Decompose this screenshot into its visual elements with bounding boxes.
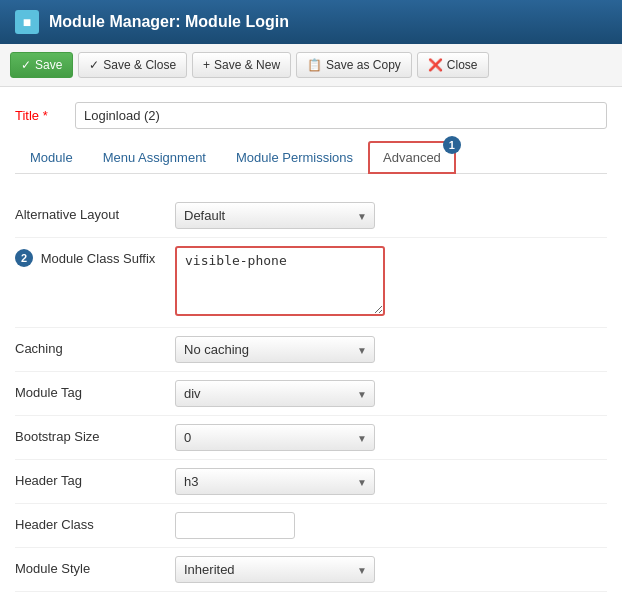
module-style-row: Module Style Inherited None Table Outlin… xyxy=(15,548,607,592)
module-tag-select-wrapper: div span section ▼ xyxy=(175,380,375,407)
save-new-icon: + xyxy=(203,58,210,72)
caching-control: No caching Use Global ▼ xyxy=(175,336,607,363)
advanced-form: Alternative Layout Default ▼ 2 Module Cl… xyxy=(15,189,607,597)
tab-menu-assignment[interactable]: Menu Assignment xyxy=(88,141,221,174)
header-class-input[interactable] xyxy=(175,512,295,539)
page-header: ■ Module Manager: Module Login xyxy=(0,0,622,44)
alternative-layout-label: Alternative Layout xyxy=(15,202,175,222)
header-class-control xyxy=(175,512,607,539)
tab-advanced[interactable]: Advanced 1 xyxy=(368,141,456,174)
module-tag-select[interactable]: div span section xyxy=(175,380,375,407)
header-tag-select[interactable]: h1h2h3 h4h5h6 xyxy=(175,468,375,495)
alternative-layout-row: Alternative Layout Default ▼ xyxy=(15,194,607,238)
module-class-suffix-label: 2 Module Class Suffix xyxy=(15,246,175,269)
module-style-select-wrapper: Inherited None Table Outline ▼ xyxy=(175,556,375,583)
save-icon: ✓ xyxy=(21,58,31,72)
tab-module-permissions[interactable]: Module Permissions xyxy=(221,141,368,174)
alternative-layout-control: Default ▼ xyxy=(175,202,607,229)
title-row: Title * xyxy=(15,102,607,129)
bootstrap-size-label: Bootstrap Size xyxy=(15,424,175,444)
module-tag-control: div span section ▼ xyxy=(175,380,607,407)
tabs: Module Menu Assignment Module Permission… xyxy=(15,141,607,174)
module-style-label: Module Style xyxy=(15,556,175,576)
header-tag-label: Header Tag xyxy=(15,468,175,488)
tab-module[interactable]: Module xyxy=(15,141,88,174)
close-button[interactable]: ❌ Close xyxy=(417,52,489,78)
title-input[interactable] xyxy=(75,102,607,129)
save-button[interactable]: ✓ Save xyxy=(10,52,73,78)
save-new-button[interactable]: + Save & New xyxy=(192,52,291,78)
module-style-select[interactable]: Inherited None Table Outline xyxy=(175,556,375,583)
tab-advanced-badge: 1 xyxy=(443,136,461,154)
header-tag-control: h1h2h3 h4h5h6 ▼ xyxy=(175,468,607,495)
bootstrap-size-row: Bootstrap Size 0123 4567 89101112 ▼ xyxy=(15,416,607,460)
save-close-button[interactable]: ✓ Save & Close xyxy=(78,52,187,78)
alternative-layout-select[interactable]: Default xyxy=(175,202,375,229)
module-tag-label: Module Tag xyxy=(15,380,175,400)
caching-row: Caching No caching Use Global ▼ xyxy=(15,328,607,372)
main-content: Title * Module Menu Assignment Module Pe… xyxy=(0,87,622,610)
close-icon: ❌ xyxy=(428,58,443,72)
header-tag-row: Header Tag h1h2h3 h4h5h6 ▼ xyxy=(15,460,607,504)
module-class-suffix-textarea[interactable]: visible-phone xyxy=(175,246,385,316)
required-marker: * xyxy=(43,108,48,123)
bootstrap-size-control: 0123 4567 89101112 ▼ xyxy=(175,424,607,451)
save-copy-button[interactable]: 📋 Save as Copy xyxy=(296,52,412,78)
caching-label: Caching xyxy=(15,336,175,356)
header-icon: ■ xyxy=(15,10,39,34)
caching-select[interactable]: No caching Use Global xyxy=(175,336,375,363)
toolbar: ✓ Save ✓ Save & Close + Save & New 📋 Sav… xyxy=(0,44,622,87)
module-tag-row: Module Tag div span section ▼ xyxy=(15,372,607,416)
save-copy-icon: 📋 xyxy=(307,58,322,72)
header-tag-select-wrapper: h1h2h3 h4h5h6 ▼ xyxy=(175,468,375,495)
page-title: Module Manager: Module Login xyxy=(49,13,289,31)
title-label: Title * xyxy=(15,108,65,123)
bootstrap-size-select-wrapper: 0123 4567 89101112 ▼ xyxy=(175,424,375,451)
caching-select-wrapper: No caching Use Global ▼ xyxy=(175,336,375,363)
save-close-icon: ✓ xyxy=(89,58,99,72)
module-class-suffix-control: visible-phone xyxy=(175,246,607,319)
module-class-suffix-row: 2 Module Class Suffix visible-phone xyxy=(15,238,607,328)
module-style-control: Inherited None Table Outline ▼ xyxy=(175,556,607,583)
header-class-label: Header Class xyxy=(15,512,175,532)
badge-2: 2 xyxy=(15,249,33,267)
bootstrap-size-select[interactable]: 0123 4567 89101112 xyxy=(175,424,375,451)
alternative-layout-select-wrapper: Default ▼ xyxy=(175,202,375,229)
header-class-row: Header Class xyxy=(15,504,607,548)
